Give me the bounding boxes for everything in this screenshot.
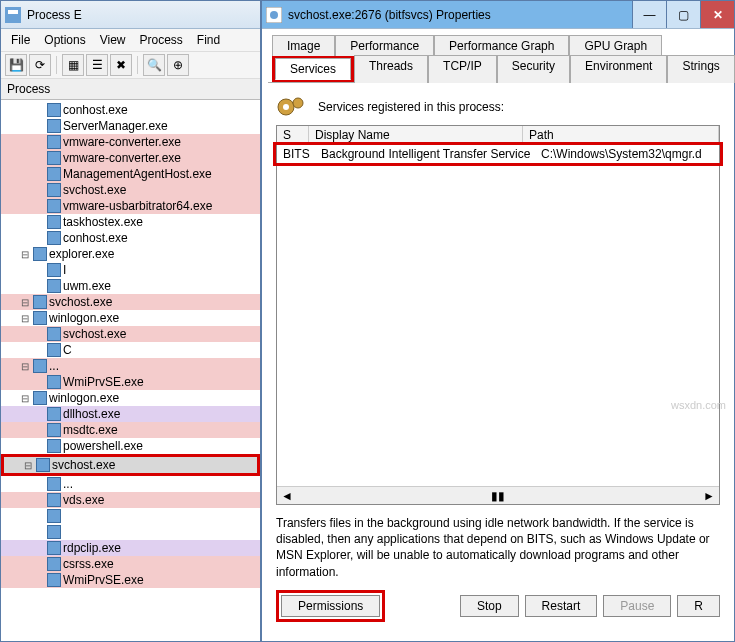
cell-svc: BITS — [283, 147, 311, 161]
process-row[interactable]: ManagementAgentHost.exe — [1, 166, 260, 182]
expand-toggle[interactable]: ⊟ — [19, 393, 31, 404]
restart-button[interactable]: Restart — [525, 595, 598, 617]
menu-find[interactable]: Find — [191, 31, 226, 49]
process-row[interactable]: vmware-usbarbitrator64.exe — [1, 198, 260, 214]
scroll-left-icon[interactable]: ◄ — [277, 489, 297, 503]
permissions-button[interactable]: Permissions — [281, 595, 380, 617]
process-name: winlogon.exe — [49, 391, 119, 405]
process-row[interactable]: ServerManager.exe — [1, 118, 260, 134]
process-row[interactable]: dllhost.exe — [1, 406, 260, 422]
expand-toggle[interactable]: ⊟ — [19, 361, 31, 372]
process-row[interactable]: WmiPrvSE.exe — [1, 374, 260, 390]
resume-button[interactable]: R — [677, 595, 720, 617]
target-icon[interactable]: ⊕ — [167, 54, 189, 76]
process-row[interactable]: powershell.exe — [1, 438, 260, 454]
tab-strings[interactable]: Strings — [667, 55, 734, 83]
col-display-name[interactable]: Display Name — [309, 126, 523, 144]
kill-icon[interactable]: ✖ — [110, 54, 132, 76]
process-row[interactable]: WmiPrvSE.exe — [1, 572, 260, 588]
process-row[interactable]: vds.exe — [1, 492, 260, 508]
process-row[interactable]: svchost.exe — [1, 182, 260, 198]
expand-toggle[interactable]: ⊟ — [19, 297, 31, 308]
process-tree[interactable]: conhost.exe ServerManager.exe vmware-con… — [1, 100, 260, 638]
process-icon — [47, 183, 61, 197]
menu-process[interactable]: Process — [134, 31, 189, 49]
process-row[interactable]: rdpclip.exe — [1, 540, 260, 556]
process-icon — [47, 439, 61, 453]
process-name: svchost.exe — [52, 458, 115, 472]
process-row[interactable]: ... — [1, 476, 260, 492]
process-row[interactable]: ⊟explorer.exe — [1, 246, 260, 262]
process-name: ManagementAgentHost.exe — [63, 167, 212, 181]
tab-performance-graph[interactable]: Performance Graph — [434, 35, 569, 56]
properties-window: svchost.exe:2676 (bitfsvcs) Properties —… — [261, 0, 735, 642]
process-row[interactable]: I — [1, 262, 260, 278]
process-icon — [47, 573, 61, 587]
process-icon — [47, 525, 61, 539]
process-name: explorer.exe — [49, 247, 114, 261]
process-name: svchost.exe — [63, 183, 126, 197]
process-row[interactable] — [1, 508, 260, 524]
service-description: Transfers files in the background using … — [276, 515, 720, 580]
process-row[interactable]: conhost.exe — [1, 102, 260, 118]
tab-performance[interactable]: Performance — [335, 35, 434, 56]
expand-toggle[interactable]: ⊟ — [22, 460, 34, 471]
expand-toggle[interactable]: ⊟ — [19, 313, 31, 324]
process-row[interactable]: msdtc.exe — [1, 422, 260, 438]
tab-threads[interactable]: Threads — [354, 55, 428, 83]
process-row[interactable]: uwm.exe — [1, 278, 260, 294]
process-row[interactable]: csrss.exe — [1, 556, 260, 572]
props-icon[interactable]: ☰ — [86, 54, 108, 76]
services-table[interactable]: S Display Name Path BITS Background Inte… — [276, 125, 720, 505]
tab-tcp-ip[interactable]: TCP/IP — [428, 55, 497, 83]
process-row[interactable]: ⊟winlogon.exe — [1, 390, 260, 406]
process-name: vmware-converter.exe — [63, 151, 181, 165]
process-name: vmware-usbarbitrator64.exe — [63, 199, 212, 213]
scroll-right-icon[interactable]: ► — [699, 489, 719, 503]
col-service[interactable]: S — [277, 126, 309, 144]
process-row[interactable]: taskhostex.exe — [1, 214, 260, 230]
save-icon[interactable]: 💾 — [5, 54, 27, 76]
find-icon[interactable]: 🔍 — [143, 54, 165, 76]
process-row[interactable]: svchost.exe — [1, 326, 260, 342]
process-icon — [47, 151, 61, 165]
process-row[interactable] — [1, 524, 260, 540]
process-icon — [47, 215, 61, 229]
process-row[interactable]: ⊟... — [1, 358, 260, 374]
horizontal-scrollbar[interactable]: ◄ ▮▮ ► — [277, 486, 719, 504]
process-name: winlogon.exe — [49, 311, 119, 325]
process-row[interactable]: C — [1, 342, 260, 358]
tab-image[interactable]: Image — [272, 35, 335, 56]
process-row[interactable]: vmware-converter.exe — [1, 150, 260, 166]
close-button[interactable]: ✕ — [700, 1, 734, 28]
menu-view[interactable]: View — [94, 31, 132, 49]
tab-gpu-graph[interactable]: GPU Graph — [569, 35, 662, 56]
process-name: rdpclip.exe — [63, 541, 121, 555]
sys-info-icon[interactable]: ▦ — [62, 54, 84, 76]
process-icon — [47, 167, 61, 181]
prop-titlebar[interactable]: svchost.exe:2676 (bitfsvcs) Properties —… — [262, 1, 734, 29]
menu-file[interactable]: File — [5, 31, 36, 49]
col-path[interactable]: Path — [523, 126, 719, 144]
tab-security[interactable]: Security — [497, 55, 570, 83]
process-column-header[interactable]: Process — [1, 79, 260, 100]
menu-options[interactable]: Options — [38, 31, 91, 49]
pause-button[interactable]: Pause — [603, 595, 671, 617]
minimize-button[interactable]: — — [632, 1, 666, 28]
pe-titlebar[interactable]: Process E — [1, 1, 260, 29]
process-row[interactable]: ⊟svchost.exe — [1, 294, 260, 310]
process-row[interactable]: conhost.exe — [1, 230, 260, 246]
tab-services[interactable]: Services — [275, 58, 351, 80]
process-row[interactable]: ⊟winlogon.exe — [1, 310, 260, 326]
services-table-header[interactable]: S Display Name Path — [277, 126, 719, 145]
expand-toggle[interactable]: ⊟ — [19, 249, 31, 260]
process-row[interactable]: vmware-converter.exe — [1, 134, 260, 150]
tab-environment[interactable]: Environment — [570, 55, 667, 83]
refresh-icon[interactable]: ⟳ — [29, 54, 51, 76]
prop-tabs: ImagePerformancePerformance GraphGPU Gra… — [268, 33, 728, 83]
process-name: conhost.exe — [63, 231, 128, 245]
maximize-button[interactable]: ▢ — [666, 1, 700, 28]
stop-button[interactable]: Stop — [460, 595, 519, 617]
process-row[interactable]: ⊟svchost.exe — [4, 457, 257, 473]
service-row-bits[interactable]: BITS Background Intelligent Transfer Ser… — [277, 145, 719, 163]
